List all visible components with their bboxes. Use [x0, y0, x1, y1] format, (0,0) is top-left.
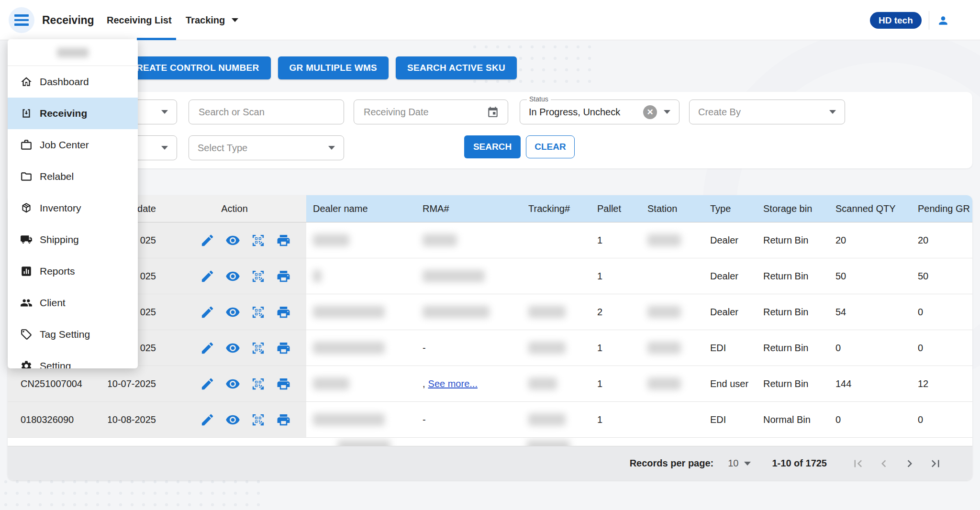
header-col-storage-bin: Storage bin [757, 195, 829, 222]
print-button[interactable] [276, 233, 291, 248]
qr-scan-button[interactable] [251, 269, 266, 284]
sidebar-item-client[interactable]: Client [8, 287, 138, 319]
sidebar-item-dashboard[interactable]: Dashboard [8, 66, 138, 98]
print-icon [276, 305, 291, 320]
sidebar-item-label: Relabel [40, 171, 74, 182]
sidebar-item-setting[interactable]: Setting [8, 350, 138, 368]
redacted-logo [57, 48, 89, 57]
redacted-text [528, 342, 566, 354]
sidebar-item-inventory[interactable]: Inventory [8, 192, 138, 224]
first-page-button [851, 456, 865, 471]
print-button[interactable] [276, 305, 291, 320]
cell-rma [416, 222, 522, 258]
sidebar-item-shipping[interactable]: Shipping [8, 224, 138, 255]
clear-button[interactable]: CLEAR [526, 135, 575, 158]
receiving-date-input[interactable] [363, 106, 487, 118]
hamburger-menu-button[interactable] [9, 7, 34, 33]
table-row: 0251DealerReturn Bin5050 [8, 258, 972, 294]
create-by-dropdown[interactable]: Create By [689, 100, 845, 124]
receiving-icon [20, 107, 33, 120]
print-button[interactable] [276, 412, 291, 427]
qr-scan-button[interactable] [251, 341, 266, 355]
redacted-text [528, 306, 566, 318]
view-button[interactable] [225, 269, 240, 284]
table-body: 0251DealerReturn Bin20200251DealerReturn… [8, 222, 972, 438]
qr-scan-button[interactable] [251, 233, 266, 248]
records-per-page-label: Records per page: [630, 458, 714, 469]
edit-button[interactable] [200, 341, 215, 355]
cell-dealer-name [306, 222, 416, 258]
search-button[interactable]: SEARCH [464, 135, 521, 158]
cell-type: Dealer [703, 258, 757, 294]
qr-scan-button[interactable] [251, 305, 266, 320]
create-by-placeholder: Create By [698, 107, 741, 118]
cell-dealer-name [306, 294, 416, 330]
print-icon [276, 341, 291, 355]
print-button[interactable] [276, 377, 291, 391]
sidebar-item-reports[interactable]: Reports [8, 255, 138, 287]
redacted-text [647, 342, 681, 354]
redacted-text [423, 234, 457, 246]
view-button[interactable] [225, 341, 240, 355]
sidebar-item-receiving[interactable]: Receiving [8, 98, 138, 129]
cell-storage-bin: Return Bin [757, 366, 829, 402]
search-or-scan-input[interactable] [198, 106, 335, 118]
chevron-down-icon [161, 146, 168, 150]
cell-tracking [522, 222, 590, 258]
cell-pallet: 1 [590, 366, 641, 402]
edit-button[interactable] [200, 269, 215, 284]
search-or-scan-field[interactable] [189, 100, 344, 124]
cell-storage-bin: Normal Bin [757, 402, 829, 438]
cell-scanned-qty: 144 [829, 366, 911, 402]
view-button[interactable] [225, 233, 240, 248]
edit-icon [200, 233, 215, 248]
sidebar-item-tag-setting[interactable]: Tag Setting [8, 319, 138, 350]
edit-button[interactable] [200, 233, 215, 248]
calendar-icon[interactable] [487, 106, 499, 118]
cell-station [641, 366, 703, 402]
edit-button[interactable] [200, 377, 215, 391]
hamburger-icon [14, 14, 29, 17]
tab-receiving-list[interactable]: Receiving List [107, 0, 172, 40]
cell-scanned-qty: 50 [829, 258, 911, 294]
search-active-sku-button[interactable]: SEARCH ACTIVE SKU [396, 56, 517, 79]
print-button[interactable] [276, 341, 291, 355]
next-page-button[interactable] [902, 456, 917, 471]
view-button[interactable] [225, 305, 240, 320]
qr-scan-button[interactable] [251, 412, 266, 427]
cell-scanned-qty: 0 [829, 330, 911, 366]
print-button[interactable] [276, 269, 291, 284]
cell-actions [156, 402, 306, 438]
receiving-table: Receiving dateActionDealer nameRMA#Track… [8, 195, 972, 480]
edit-button[interactable] [200, 305, 215, 320]
chevron-down-icon[interactable] [664, 110, 670, 114]
status-filter-field[interactable]: Status In Progress, Uncheck ✕ [520, 100, 679, 124]
page-size-select[interactable]: 10 [728, 458, 751, 469]
receiving-date-field[interactable] [354, 100, 508, 124]
view-button[interactable] [225, 412, 240, 427]
print-icon [276, 233, 291, 248]
view-button[interactable] [225, 377, 240, 391]
edit-icon [200, 412, 215, 427]
qr-scan-button[interactable] [251, 377, 266, 391]
table-row: 025-1EDIReturn Bin00 [8, 330, 972, 366]
cell-tracking [522, 258, 590, 294]
select-type-dropdown[interactable]: Select Type [189, 135, 344, 160]
setting-icon [20, 360, 33, 368]
tab-tracking[interactable]: Tracking [186, 0, 238, 40]
user-account-button[interactable] [937, 11, 955, 30]
edit-button[interactable] [200, 412, 215, 427]
sidebar-item-job-center[interactable]: Job Center [8, 129, 138, 161]
edit-icon [200, 269, 215, 284]
sidebar-item-label: Setting [40, 360, 71, 368]
partial-next-row [8, 438, 972, 446]
status-clear-icon[interactable]: ✕ [643, 105, 657, 119]
eye-icon [225, 269, 240, 284]
inventory-icon [20, 202, 33, 214]
sidebar-item-relabel[interactable]: Relabel [8, 161, 138, 192]
status-field-value: In Progress, Uncheck [529, 107, 620, 118]
cell-pallet: 1 [590, 330, 641, 366]
gr-multiple-wms-button[interactable]: GR MULTIPLE WMS [278, 56, 389, 79]
last-page-button[interactable] [928, 456, 943, 471]
see-more-link[interactable]: See more... [428, 378, 478, 389]
